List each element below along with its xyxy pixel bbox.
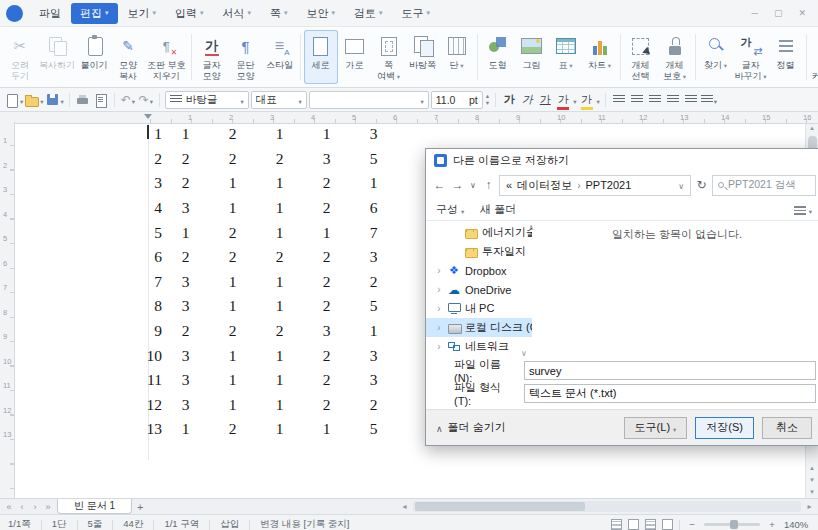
tree-scroll-up-icon[interactable] xyxy=(528,223,534,232)
save-document-button[interactable] xyxy=(46,91,64,109)
chevron-right-icon[interactable]: › xyxy=(435,303,443,314)
page-margin-button[interactable]: 쪽 여백 ▾ xyxy=(372,30,406,84)
paste-button[interactable]: 붙이기 xyxy=(77,30,111,84)
chevron-right-icon[interactable]: › xyxy=(435,284,443,295)
cut-button[interactable]: 오려 두기 xyxy=(3,30,37,84)
align-justify-button[interactable] xyxy=(665,91,681,109)
zoom-in-button[interactable]: + xyxy=(766,519,778,530)
breadcrumb[interactable]: « 데이터정보 › PPT2021 xyxy=(499,175,691,196)
breadcrumb-collapse[interactable]: « xyxy=(506,179,512,191)
columns-button[interactable]: 단 ▾ xyxy=(440,30,474,84)
menu-input[interactable]: 입력▾ xyxy=(166,3,213,24)
object-protect-button[interactable]: 개체 보호 ▾ xyxy=(658,30,692,84)
hide-folders-button[interactable]: 폴더 숨기기 xyxy=(436,420,506,435)
tree-item-energy-folder[interactable]: 에너지기술평가 xyxy=(426,223,532,242)
view-mode-button[interactable] xyxy=(794,204,812,216)
menu-view[interactable]: 보기▾ xyxy=(119,3,166,24)
align-center-button[interactable] xyxy=(629,91,645,109)
menu-tools[interactable]: 도구▾ xyxy=(393,3,440,24)
portrait-button[interactable]: 세로 xyxy=(304,30,338,84)
tab-nav-prev-button[interactable]: ‹ xyxy=(16,502,28,512)
scrollbar-track[interactable] xyxy=(413,501,801,512)
scroll-down-icon[interactable] xyxy=(810,486,814,498)
menu-page[interactable]: 쪽▾ xyxy=(261,3,297,24)
print-preview-button[interactable] xyxy=(93,91,109,109)
refresh-button[interactable]: ↻ xyxy=(694,178,709,192)
redo-button[interactable]: ↷ xyxy=(138,91,154,109)
new-document-button[interactable] xyxy=(5,91,23,109)
tree-item-invest-folder[interactable]: 투자일지 xyxy=(426,242,532,261)
font-color-button[interactable]: 가 xyxy=(555,91,571,109)
menu-format[interactable]: 서식▾ xyxy=(214,3,261,24)
undo-button[interactable]: ↶ xyxy=(120,91,136,109)
file-name-input[interactable] xyxy=(524,361,816,380)
align-distribute-button[interactable] xyxy=(683,91,699,109)
tree-item-dropbox[interactable]: ›Dropbox xyxy=(426,261,532,280)
object-select-button[interactable]: 개체 선택 xyxy=(624,30,658,84)
align-right-button[interactable] xyxy=(647,91,663,109)
para-shape-button[interactable]: 문단 모양 xyxy=(229,30,263,84)
communicator-button[interactable]: 오피스 커뮤니케이터 xyxy=(810,30,818,84)
char-shape-button[interactable]: 글자 모양 xyxy=(195,30,229,84)
font-name-combo[interactable] xyxy=(309,91,429,109)
master-page-button[interactable]: 바탕쪽 xyxy=(406,30,440,84)
chevron-right-icon[interactable]: › xyxy=(435,322,443,333)
shapes-button[interactable]: 도형 xyxy=(481,30,515,84)
tree-item-onedrive[interactable]: ›OneDrive xyxy=(426,280,532,299)
menu-review[interactable]: 검토▾ xyxy=(345,3,392,24)
forward-button[interactable]: → xyxy=(450,178,465,192)
new-folder-button[interactable]: 새 폴더 xyxy=(480,202,516,217)
tree-item-my-pc[interactable]: ›내 PC xyxy=(426,299,532,318)
underline-button[interactable]: 가 xyxy=(537,91,553,109)
dialog-title-bar[interactable]: 다른 이름으로 저장하기 xyxy=(426,149,818,171)
style-button[interactable]: 스타일 xyxy=(263,30,297,84)
step-down-icon[interactable]: ▼ xyxy=(485,100,490,106)
zoom-out-button[interactable]: − xyxy=(686,519,698,530)
menu-security[interactable]: 보안▾ xyxy=(298,3,345,24)
zoom-slider[interactable] xyxy=(704,523,760,526)
tab-nav-next-button[interactable]: › xyxy=(29,502,41,512)
history-dropdown-icon[interactable]: ∨ xyxy=(468,181,478,190)
indent-marker-icon[interactable] xyxy=(144,114,152,119)
sort-button[interactable]: 정렬 xyxy=(769,30,803,84)
scrollbar-thumb[interactable] xyxy=(415,502,585,511)
close-button[interactable]: ✕ xyxy=(798,8,806,18)
up-button[interactable]: ↑ xyxy=(481,178,496,192)
chevron-down-icon[interactable] xyxy=(597,94,600,106)
print-button[interactable] xyxy=(75,91,91,109)
breadcrumb-item[interactable]: PPT2021 xyxy=(585,179,631,191)
add-tab-button[interactable]: + xyxy=(132,501,148,513)
chart-button[interactable]: 차트 ▾ xyxy=(583,30,617,84)
bold-button[interactable]: 가 xyxy=(501,91,517,109)
open-document-button[interactable] xyxy=(25,91,43,109)
menu-edit[interactable]: 편집▾ xyxy=(71,3,118,24)
paragraph-style-combo[interactable]: 바탕글 xyxy=(165,91,249,109)
app-logo-icon[interactable] xyxy=(6,5,23,22)
tree-scroll-down-icon[interactable] xyxy=(521,349,527,358)
find-button[interactable]: 찾기 ▾ xyxy=(699,30,733,84)
erase-marks-button[interactable]: 조판 부호 지우기 xyxy=(145,30,188,84)
organize-button[interactable]: 구성 xyxy=(436,202,464,217)
chevron-down-icon[interactable] xyxy=(678,179,684,191)
page-down-icon[interactable] xyxy=(810,474,814,486)
search-box[interactable]: PPT2021 검색 xyxy=(712,175,816,196)
italic-button[interactable]: 가 xyxy=(519,91,535,109)
view-page-icon[interactable] xyxy=(628,519,639,530)
file-type-select[interactable]: 텍스트 문서 (*.txt) xyxy=(524,384,816,403)
breadcrumb-item[interactable]: 데이터정보 xyxy=(517,178,572,193)
tree-item-local-disk-g[interactable]: ›로컬 디스크 (G:) xyxy=(426,318,532,337)
scroll-left-icon[interactable] xyxy=(398,502,411,511)
page-up-icon[interactable] xyxy=(810,462,814,474)
picture-button[interactable]: 그림 xyxy=(515,30,549,84)
view-fullscreen-icon[interactable] xyxy=(662,519,673,530)
align-left-button[interactable] xyxy=(611,91,627,109)
view-outline-icon[interactable] xyxy=(645,519,656,530)
format-painter-button[interactable]: 모양 복사 xyxy=(111,30,145,84)
highlight-color-button[interactable]: 가 xyxy=(579,91,595,109)
tab-nav-last-button[interactable]: » xyxy=(42,502,54,512)
save-button[interactable]: 저장(S) xyxy=(695,417,754,439)
font-type-combo[interactable]: 대표 xyxy=(251,91,307,109)
view-normal-icon[interactable] xyxy=(611,519,622,530)
horizontal-scrollbar[interactable] xyxy=(398,500,816,513)
document-tab[interactable]: 빈 문서 1 xyxy=(57,499,132,514)
